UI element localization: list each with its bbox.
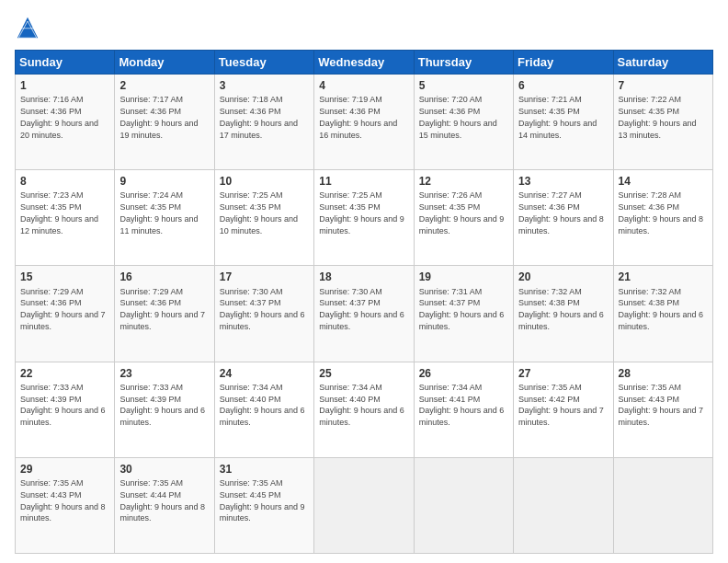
day-info: Sunrise: 7:32 AMSunset: 4:38 PMDaylight:… bbox=[518, 287, 604, 331]
day-number: 29 bbox=[20, 462, 109, 477]
day-header-wednesday: Wednesday bbox=[314, 51, 414, 75]
day-number: 21 bbox=[619, 270, 708, 284]
day-info: Sunrise: 7:35 AMSunset: 4:43 PMDaylight:… bbox=[20, 478, 106, 523]
day-info: Sunrise: 7:27 AMSunset: 4:36 PMDaylight:… bbox=[518, 190, 604, 235]
calendar-week-row: 29 Sunrise: 7:35 AMSunset: 4:43 PMDaylig… bbox=[16, 457, 713, 553]
calendar-cell: 8 Sunrise: 7:23 AMSunset: 4:35 PMDayligh… bbox=[16, 170, 115, 266]
day-number: 15 bbox=[20, 270, 109, 284]
calendar-cell: 3 Sunrise: 7:18 AMSunset: 4:36 PMDayligh… bbox=[214, 75, 313, 170]
day-info: Sunrise: 7:24 AMSunset: 4:35 PMDaylight:… bbox=[119, 190, 198, 235]
day-info: Sunrise: 7:26 AMSunset: 4:35 PMDaylight:… bbox=[419, 190, 505, 235]
day-info: Sunrise: 7:16 AMSunset: 4:36 PMDaylight:… bbox=[20, 95, 98, 139]
calendar-cell: 23 Sunrise: 7:33 AMSunset: 4:39 PMDaylig… bbox=[115, 362, 214, 457]
logo bbox=[15, 15, 44, 40]
day-info: Sunrise: 7:35 AMSunset: 4:43 PMDaylight:… bbox=[619, 383, 704, 427]
day-header-thursday: Thursday bbox=[414, 51, 513, 75]
day-number: 12 bbox=[419, 174, 508, 189]
calendar-cell: 7 Sunrise: 7:22 AMSunset: 4:35 PMDayligh… bbox=[613, 75, 712, 170]
day-number: 20 bbox=[518, 270, 608, 284]
logo-icon bbox=[15, 15, 40, 40]
day-info: Sunrise: 7:20 AMSunset: 4:36 PMDaylight:… bbox=[419, 95, 497, 139]
day-info: Sunrise: 7:23 AMSunset: 4:35 PMDaylight:… bbox=[20, 190, 98, 235]
calendar-week-row: 22 Sunrise: 7:33 AMSunset: 4:39 PMDaylig… bbox=[16, 362, 713, 457]
calendar-cell: 27 Sunrise: 7:35 AMSunset: 4:42 PMDaylig… bbox=[514, 362, 613, 457]
day-number: 14 bbox=[619, 174, 708, 189]
day-number: 13 bbox=[518, 174, 608, 189]
day-number: 30 bbox=[119, 462, 209, 477]
day-number: 28 bbox=[619, 366, 708, 381]
calendar-cell: 12 Sunrise: 7:26 AMSunset: 4:35 PMDaylig… bbox=[414, 170, 513, 266]
calendar-cell bbox=[414, 457, 513, 553]
day-number: 27 bbox=[518, 366, 608, 381]
day-info: Sunrise: 7:32 AMSunset: 4:38 PMDaylight:… bbox=[619, 287, 704, 331]
day-number: 24 bbox=[220, 366, 309, 381]
day-info: Sunrise: 7:30 AMSunset: 4:37 PMDaylight:… bbox=[319, 287, 404, 331]
calendar-cell: 13 Sunrise: 7:27 AMSunset: 4:36 PMDaylig… bbox=[514, 170, 613, 266]
calendar-cell: 31 Sunrise: 7:35 AMSunset: 4:45 PMDaylig… bbox=[214, 457, 313, 553]
calendar-cell: 10 Sunrise: 7:25 AMSunset: 4:35 PMDaylig… bbox=[214, 170, 313, 266]
calendar-header-row: SundayMondayTuesdayWednesdayThursdayFrid… bbox=[16, 51, 713, 75]
day-info: Sunrise: 7:17 AMSunset: 4:36 PMDaylight:… bbox=[119, 95, 198, 139]
day-info: Sunrise: 7:21 AMSunset: 4:35 PMDaylight:… bbox=[518, 95, 597, 139]
calendar-cell: 29 Sunrise: 7:35 AMSunset: 4:43 PMDaylig… bbox=[16, 457, 115, 553]
day-number: 26 bbox=[419, 366, 508, 381]
day-number: 10 bbox=[220, 174, 309, 189]
day-info: Sunrise: 7:22 AMSunset: 4:35 PMDaylight:… bbox=[619, 95, 697, 139]
calendar-cell: 16 Sunrise: 7:29 AMSunset: 4:36 PMDaylig… bbox=[115, 266, 214, 362]
day-info: Sunrise: 7:18 AMSunset: 4:36 PMDaylight:… bbox=[220, 95, 298, 139]
day-info: Sunrise: 7:28 AMSunset: 4:36 PMDaylight:… bbox=[619, 190, 704, 235]
day-number: 7 bbox=[619, 78, 708, 93]
day-number: 17 bbox=[220, 270, 309, 284]
calendar-cell: 30 Sunrise: 7:35 AMSunset: 4:44 PMDaylig… bbox=[115, 457, 214, 553]
day-number: 8 bbox=[20, 174, 109, 189]
calendar-cell: 1 Sunrise: 7:16 AMSunset: 4:36 PMDayligh… bbox=[16, 75, 115, 170]
day-info: Sunrise: 7:19 AMSunset: 4:36 PMDaylight:… bbox=[319, 95, 397, 139]
day-info: Sunrise: 7:31 AMSunset: 4:37 PMDaylight:… bbox=[419, 287, 505, 331]
day-header-monday: Monday bbox=[115, 51, 214, 75]
day-info: Sunrise: 7:35 AMSunset: 4:44 PMDaylight:… bbox=[119, 478, 205, 523]
calendar-week-row: 15 Sunrise: 7:29 AMSunset: 4:36 PMDaylig… bbox=[16, 266, 713, 362]
calendar-cell: 21 Sunrise: 7:32 AMSunset: 4:38 PMDaylig… bbox=[613, 266, 712, 362]
day-number: 22 bbox=[20, 366, 109, 381]
calendar-cell: 19 Sunrise: 7:31 AMSunset: 4:37 PMDaylig… bbox=[414, 266, 513, 362]
calendar-cell: 25 Sunrise: 7:34 AMSunset: 4:40 PMDaylig… bbox=[314, 362, 414, 457]
calendar-cell: 26 Sunrise: 7:34 AMSunset: 4:41 PMDaylig… bbox=[414, 362, 513, 457]
day-number: 9 bbox=[119, 174, 209, 189]
day-info: Sunrise: 7:35 AMSunset: 4:42 PMDaylight:… bbox=[518, 383, 604, 427]
day-number: 4 bbox=[319, 78, 408, 93]
day-info: Sunrise: 7:25 AMSunset: 4:35 PMDaylight:… bbox=[319, 190, 404, 235]
day-number: 23 bbox=[119, 366, 209, 381]
day-header-friday: Friday bbox=[514, 51, 613, 75]
day-info: Sunrise: 7:33 AMSunset: 4:39 PMDaylight:… bbox=[119, 383, 205, 427]
calendar-cell: 28 Sunrise: 7:35 AMSunset: 4:43 PMDaylig… bbox=[613, 362, 712, 457]
calendar-cell: 20 Sunrise: 7:32 AMSunset: 4:38 PMDaylig… bbox=[514, 266, 613, 362]
day-info: Sunrise: 7:33 AMSunset: 4:39 PMDaylight:… bbox=[20, 383, 106, 427]
calendar-cell: 22 Sunrise: 7:33 AMSunset: 4:39 PMDaylig… bbox=[16, 362, 115, 457]
day-info: Sunrise: 7:29 AMSunset: 4:36 PMDaylight:… bbox=[20, 287, 106, 331]
day-number: 3 bbox=[220, 78, 309, 93]
calendar-cell: 24 Sunrise: 7:34 AMSunset: 4:40 PMDaylig… bbox=[214, 362, 313, 457]
header bbox=[15, 15, 713, 40]
calendar-cell: 17 Sunrise: 7:30 AMSunset: 4:37 PMDaylig… bbox=[214, 266, 313, 362]
day-number: 19 bbox=[419, 270, 508, 284]
day-number: 31 bbox=[220, 462, 309, 477]
calendar-table: SundayMondayTuesdayWednesdayThursdayFrid… bbox=[15, 50, 713, 554]
calendar-cell: 11 Sunrise: 7:25 AMSunset: 4:35 PMDaylig… bbox=[314, 170, 414, 266]
svg-rect-2 bbox=[21, 28, 34, 29]
calendar-cell: 18 Sunrise: 7:30 AMSunset: 4:37 PMDaylig… bbox=[314, 266, 414, 362]
calendar-week-row: 1 Sunrise: 7:16 AMSunset: 4:36 PMDayligh… bbox=[16, 75, 713, 170]
day-info: Sunrise: 7:30 AMSunset: 4:37 PMDaylight:… bbox=[220, 287, 305, 331]
day-number: 5 bbox=[419, 78, 508, 93]
day-number: 25 bbox=[319, 366, 408, 381]
day-info: Sunrise: 7:35 AMSunset: 4:45 PMDaylight:… bbox=[220, 478, 305, 523]
day-number: 16 bbox=[119, 270, 209, 284]
calendar-cell bbox=[514, 457, 613, 553]
day-info: Sunrise: 7:25 AMSunset: 4:35 PMDaylight:… bbox=[220, 190, 298, 235]
calendar-cell: 4 Sunrise: 7:19 AMSunset: 4:36 PMDayligh… bbox=[314, 75, 414, 170]
day-number: 1 bbox=[20, 78, 109, 93]
day-header-saturday: Saturday bbox=[613, 51, 712, 75]
day-info: Sunrise: 7:34 AMSunset: 4:40 PMDaylight:… bbox=[220, 383, 305, 427]
day-number: 11 bbox=[319, 174, 408, 189]
calendar-week-row: 8 Sunrise: 7:23 AMSunset: 4:35 PMDayligh… bbox=[16, 170, 713, 266]
calendar-cell bbox=[613, 457, 712, 553]
